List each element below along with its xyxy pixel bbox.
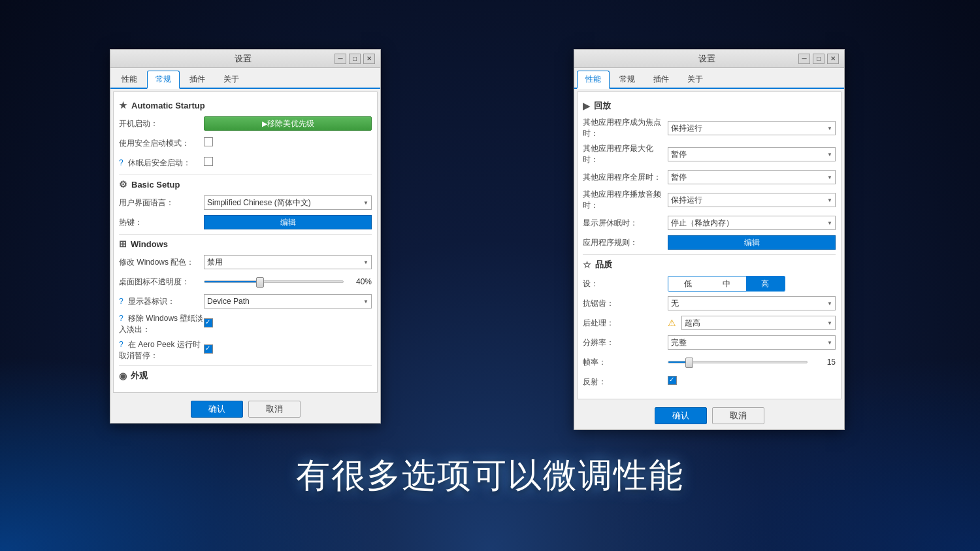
dither-row: 抗锯齿： 无 ▼ [583,295,836,311]
section-playback: ▶ 回放 [583,100,836,112]
tab-left-about[interactable]: 关于 [215,71,248,88]
tab-right-plugins[interactable]: 插件 [645,71,678,88]
startup-button[interactable]: ▶ 移除美优先级 [204,116,372,131]
safe-mode-row: 使用安全启动模式： [119,135,372,151]
tab-right-general[interactable]: 常规 [611,71,644,88]
opacity-row: 桌面图标不透明度： 40% [119,274,372,290]
tab-right-performance[interactable]: 性能 [577,71,610,89]
app-rules-edit-button[interactable]: 编辑 [668,235,836,250]
color-dropdown[interactable]: 禁用 ▼ [204,255,372,269]
audio-dropdown[interactable]: 保持运行 ▼ [668,193,836,207]
quality-low-button[interactable]: 低 [668,276,707,291]
section-appearance: ◉ 外观 [119,370,372,382]
resolution-row: 分辨率： 完整 ▼ [583,335,836,350]
after-sleep-checkbox[interactable] [204,157,213,166]
gear-icon: ⚙ [119,179,127,190]
close-button-left[interactable]: ✕ [363,54,375,64]
dither-control: 无 ▼ [668,296,836,310]
screensaver-label: 显示屏休眠时： [583,218,668,229]
screensaver-dropdown-arrow: ▼ [827,220,832,226]
windows-icon: ⊞ [119,239,127,249]
wallpaper-control [204,318,372,330]
safe-mode-control [204,137,372,149]
maximize-dropdown[interactable]: 暂停 ▼ [668,147,836,161]
reflection-checkbox[interactable] [668,376,677,385]
tab-left-performance[interactable]: 性能 [113,71,146,88]
divider-3 [119,365,372,366]
startup-control: ▶ 移除美优先级 [204,116,372,131]
focus-label: 其他应用程序成为焦点时： [583,117,668,139]
language-dropdown-arrow: ▼ [363,200,368,206]
cancel-button-left[interactable]: 取消 [248,401,301,418]
postprocess-dropdown[interactable]: 超高 ▼ [681,316,836,330]
maximize-value: 暂停 [671,149,687,160]
after-sleep-row: ? 休眠后安全启动： [119,155,372,171]
hotkey-edit-button[interactable]: 编辑 [204,215,372,229]
tab-right-about[interactable]: 关于 [679,71,711,88]
language-label: 用户界面语言： [119,197,204,209]
dialog-left: 设置 ─ □ ✕ 性能 常规 插件 关于 ★ Automatic Startup… [110,49,381,424]
maximize-button-right[interactable]: □ [813,54,825,64]
language-row: 用户界面语言： Simplified Chinese (简体中文) ▼ [119,195,372,210]
help-icon-icon: ? [119,297,123,306]
screensaver-dropdown[interactable]: 停止（释放内存） ▼ [668,216,836,230]
tab-bar-left: 性能 常规 插件 关于 [110,68,380,89]
help-icon-sleep: ? [119,158,123,167]
icon-value: Device Path [207,297,250,306]
opacity-slider-thumb[interactable] [256,277,264,288]
tab-left-general[interactable]: 常规 [147,71,180,89]
confirm-button-left[interactable]: 确认 [191,401,243,418]
resolution-dropdown[interactable]: 完整 ▼ [668,335,836,350]
hotkey-control: 编辑 [204,215,372,229]
aero-label: ? 在 Aero Peek 运行时取消暂停： [119,339,204,361]
close-button-right[interactable]: ✕ [827,54,839,64]
aero-checkbox[interactable] [204,344,213,354]
dither-dropdown-arrow: ▼ [827,301,832,307]
fullscreen-dropdown[interactable]: 暂停 ▼ [668,170,836,184]
safe-mode-label: 使用安全启动模式： [119,138,204,149]
focus-value: 保持运行 [671,123,702,134]
aero-row: ? 在 Aero Peek 运行时取消暂停： [119,339,372,361]
opacity-slider-fill [204,281,260,282]
opacity-control: 40% [204,277,372,286]
safe-mode-checkbox[interactable] [204,137,213,146]
minimize-button-right[interactable]: ─ [798,54,810,64]
title-bar-controls-left: ─ □ ✕ [335,54,375,64]
language-dropdown[interactable]: Simplified Chinese (简体中文) ▼ [204,195,372,210]
framerate-control: 15 [668,358,836,367]
opacity-slider-track[interactable] [204,280,344,283]
paint-icon: ◉ [119,371,127,381]
maximize-dropdown-arrow: ▼ [827,152,832,158]
framerate-label: 帧率： [583,357,668,368]
icon-label: ? 显示器标识： [119,296,204,307]
quality-mid-button[interactable]: 中 [707,276,745,291]
color-value: 禁用 [207,257,223,268]
maximize-button-left[interactable]: □ [349,54,361,64]
dialog-right: 设置 ─ □ ✕ 性能 常规 插件 关于 ▶ 回放 其他应用程序成为焦点时： 保… [574,49,845,430]
framerate-slider-thumb[interactable] [685,358,693,368]
tab-left-plugins[interactable]: 插件 [181,71,214,88]
focus-dropdown-arrow: ▼ [827,125,832,131]
preset-row: 设： 低 中 高 [583,276,836,292]
postprocess-dropdown-arrow: ▼ [827,320,832,326]
app-rules-control: 编辑 [668,235,836,250]
help-icon-wallpaper: ? [119,314,123,323]
fullscreen-dropdown-arrow: ▼ [827,175,832,180]
icon-dropdown[interactable]: Device Path ▼ [204,294,372,309]
confirm-button-right[interactable]: 确认 [655,407,707,424]
icon-row: ? 显示器标识： Device Path ▼ [119,293,372,309]
wallpaper-checkbox[interactable] [204,318,213,327]
language-value: Simplified Chinese (简体中文) [207,197,311,209]
opacity-label: 桌面图标不透明度： [119,276,204,288]
dialog-right-footer: 确认 取消 [574,402,844,429]
focus-dropdown[interactable]: 保持运行 ▼ [668,121,836,135]
dialog-left-content: ★ Automatic Startup 开机启动： ▶ 移除美优先级 使用安全启… [113,92,378,393]
dither-dropdown[interactable]: 无 ▼ [668,296,836,310]
quality-high-button[interactable]: 高 [746,276,785,291]
warning-icon: ⚠ [668,318,676,328]
framerate-slider-track[interactable] [668,361,808,363]
aero-control [204,344,372,356]
preset-control: 低 中 高 [668,276,836,292]
minimize-button-left[interactable]: ─ [335,54,346,64]
cancel-button-right[interactable]: 取消 [712,407,764,424]
